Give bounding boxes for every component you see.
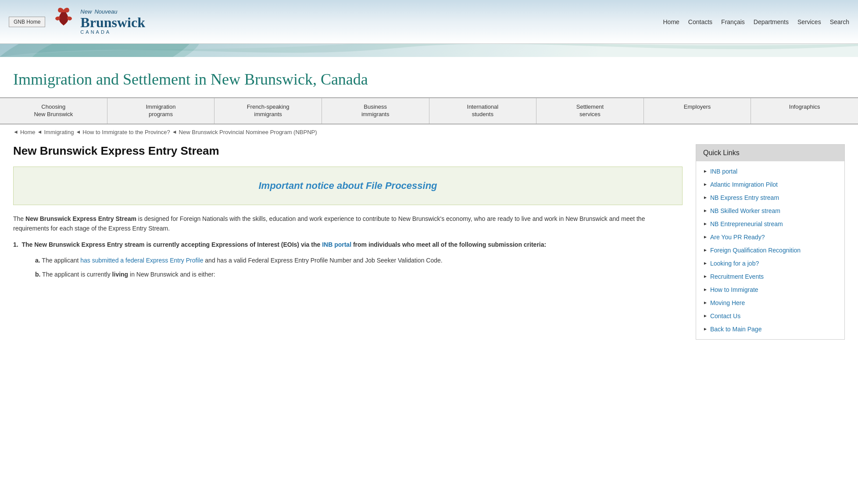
nav-search[interactable]: Search: [830, 18, 849, 25]
top-bar-left: GNB Home New Nouveau Brunswick: [9, 4, 145, 40]
arrow-icon: ►: [703, 182, 708, 187]
quick-link-moving[interactable]: ► Moving Here: [696, 296, 844, 309]
logo-text: New Nouveau Brunswick CANADA: [80, 9, 145, 34]
arrow-icon: ►: [703, 313, 708, 318]
arrow-icon: ►: [703, 274, 708, 279]
main-layout: New Brunswick Express Entry Stream Impor…: [0, 140, 858, 353]
tab-settlement[interactable]: Settlementservices: [536, 98, 644, 124]
sub-item-b-label: b.: [35, 271, 40, 278]
quick-link-how-to-immigrate-label[interactable]: How to Immigrate: [710, 286, 758, 293]
quick-link-fqr-label[interactable]: Foreign Qualification Recognition: [710, 247, 801, 254]
quick-link-job[interactable]: ► Looking for a job?: [696, 257, 844, 270]
breadcrumb-how-to[interactable]: How to Immigrate to the Province?: [82, 129, 170, 135]
quick-links-title: Quick Links: [696, 145, 844, 161]
arrow-icon: ►: [703, 287, 708, 292]
quick-link-how-to-immigrate[interactable]: ► How to Immigrate: [696, 283, 844, 296]
quick-link-nb-express[interactable]: ► NB Express Entry stream: [696, 191, 844, 204]
top-bar: GNB Home New Nouveau Brunswick: [0, 0, 858, 44]
tab-immigration[interactable]: Immigrationprograms: [107, 98, 215, 124]
inb-portal-link-inline[interactable]: INB portal: [322, 241, 351, 248]
arrow-icon: ►: [703, 208, 708, 213]
notice-heading: Important notice about File Processing: [22, 180, 673, 192]
breadcrumb-arrow-3: ◄: [75, 129, 81, 135]
quick-link-nb-entrepreneur[interactable]: ► NB Entrepreneurial stream: [696, 217, 844, 231]
breadcrumb-home[interactable]: Home: [20, 129, 36, 135]
sub-item-a: a. The applicant has submitted a federal…: [35, 256, 683, 265]
sub-item-a-label: a.: [35, 257, 40, 264]
breadcrumb-immigrating[interactable]: Immigrating: [44, 129, 74, 135]
sub-item-b: b. The applicant is currently living in …: [35, 270, 683, 279]
breadcrumb: ◄ Home ◄ Immigrating ◄ How to Immigrate …: [0, 124, 858, 140]
quick-link-atlantic-label[interactable]: Atlantic Immigration Pilot: [710, 181, 778, 188]
content-area: New Brunswick Express Entry Stream Impor…: [13, 144, 683, 340]
tab-choosing[interactable]: ChoosingNew Brunswick: [0, 98, 107, 124]
quick-link-contact[interactable]: ► Contact Us: [696, 309, 844, 323]
quick-link-contact-label[interactable]: Contact Us: [710, 312, 740, 319]
banner-arc: [0, 44, 858, 57]
logo-canada: CANADA: [80, 29, 145, 35]
sidebar: Quick Links ► INB portal ► Atlantic Immi…: [696, 144, 845, 340]
content-heading: New Brunswick Express Entry Stream: [13, 144, 683, 158]
arrow-icon: ►: [703, 234, 708, 239]
criteria-intro: 1. The New Brunswick Express Entry strea…: [13, 240, 683, 249]
federal-express-link[interactable]: has submitted a federal Express Entry Pr…: [80, 257, 203, 264]
quick-link-moving-label[interactable]: Moving Here: [710, 299, 745, 306]
arrow-icon: ►: [703, 195, 708, 200]
breadcrumb-arrow-2: ◄: [37, 129, 43, 135]
quick-link-inb-portal[interactable]: ► INB portal: [696, 165, 844, 178]
logo-brunswick: Brunswick: [80, 15, 145, 29]
tab-employers[interactable]: Employers: [644, 98, 751, 124]
quick-link-recruitment[interactable]: ► Recruitment Events: [696, 270, 844, 283]
logo-area: New Nouveau Brunswick CANADA: [50, 4, 145, 40]
bird-logo-icon: [50, 4, 77, 40]
quick-link-atlantic[interactable]: ► Atlantic Immigration Pilot: [696, 178, 844, 191]
page-title: Immigration and Settlement in New Brunsw…: [13, 70, 845, 89]
quick-links-list: ► INB portal ► Atlantic Immigration Pilo…: [696, 161, 844, 339]
notice-box: Important notice about File Processing: [13, 167, 683, 205]
breadcrumb-arrow-4: ◄: [172, 129, 177, 135]
arrow-icon: ►: [703, 248, 708, 252]
quick-link-back[interactable]: ► Back to Main Page: [696, 323, 844, 336]
arrow-icon: ►: [703, 261, 708, 266]
breadcrumb-arrow-1: ◄: [13, 129, 18, 135]
tab-business[interactable]: Businessimmigrants: [322, 98, 429, 124]
gnb-home-button[interactable]: GNB Home: [9, 17, 45, 27]
page-title-area: Immigration and Settlement in New Brunsw…: [0, 57, 858, 97]
quick-link-recruitment-label[interactable]: Recruitment Events: [710, 273, 764, 280]
tab-french[interactable]: French-speakingimmigrants: [214, 98, 322, 124]
quick-link-back-label[interactable]: Back to Main Page: [710, 326, 762, 333]
tab-infographics[interactable]: Infographics: [751, 98, 858, 124]
quick-link-nb-skilled[interactable]: ► NB Skilled Worker stream: [696, 204, 844, 217]
quick-link-job-label[interactable]: Looking for a job?: [710, 260, 759, 267]
sub-list: a. The applicant has submitted a federal…: [35, 256, 683, 280]
arrow-icon: ►: [703, 221, 708, 226]
quick-link-nb-skilled-label[interactable]: NB Skilled Worker stream: [710, 207, 780, 214]
nav-services[interactable]: Services: [797, 18, 821, 25]
quick-link-nb-entrepreneur-label[interactable]: NB Entrepreneurial stream: [710, 220, 783, 227]
tab-students[interactable]: Internationalstudents: [429, 98, 537, 124]
nav-departments[interactable]: Departments: [754, 18, 789, 25]
quick-link-fqr[interactable]: ► Foreign Qualification Recognition: [696, 244, 844, 257]
quick-link-inb-portal-label[interactable]: INB portal: [710, 168, 737, 175]
intro-paragraph: The New Brunswick Express Entry Stream i…: [13, 214, 683, 234]
intro-strong: New Brunswick Express Entry Stream: [25, 215, 136, 222]
quick-link-pr-ready[interactable]: ► Are You PR Ready?: [696, 231, 844, 244]
quick-link-pr-ready-label[interactable]: Are You PR Ready?: [710, 234, 765, 241]
nav-tabs: ChoosingNew Brunswick Immigrationprogram…: [0, 97, 858, 124]
living-strong: living: [112, 271, 129, 278]
top-nav: Home Contacts Français Departments Servi…: [663, 18, 850, 25]
arrow-icon: ►: [703, 169, 708, 174]
breadcrumb-current: New Brunswick Provincial Nominee Program…: [179, 129, 317, 135]
arrow-icon: ►: [703, 327, 708, 331]
nav-contacts[interactable]: Contacts: [688, 18, 712, 25]
quick-link-nb-express-label[interactable]: NB Express Entry stream: [710, 194, 779, 201]
arrow-icon: ►: [703, 300, 708, 305]
nav-francais[interactable]: Français: [721, 18, 745, 25]
nav-home[interactable]: Home: [663, 18, 679, 25]
quick-links-box: Quick Links ► INB portal ► Atlantic Immi…: [696, 144, 845, 340]
